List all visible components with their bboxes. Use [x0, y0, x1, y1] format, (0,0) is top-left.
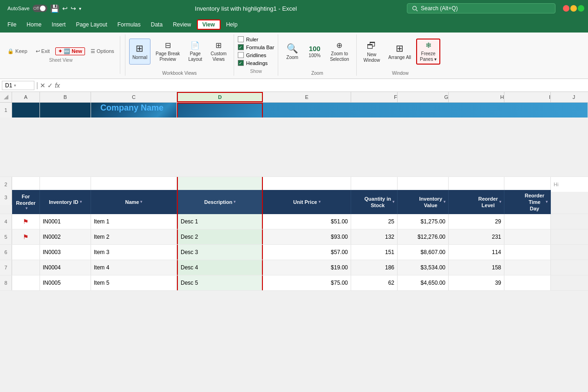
insert-function-icon[interactable]: fx: [55, 82, 60, 89]
cell-flag-4[interactable]: ⚑: [12, 214, 40, 229]
save-icon[interactable]: 💾: [50, 4, 59, 13]
cell-flag-8[interactable]: [12, 275, 40, 290]
gridlines-checkbox-row[interactable]: Gridlines: [238, 52, 274, 58]
cell-desc-5[interactable]: Desc 2: [177, 229, 263, 244]
cell-id-4[interactable]: IN0001: [40, 214, 91, 229]
th-desc-dropdown[interactable]: ▾: [234, 200, 235, 204]
cell-desc-7[interactable]: Desc 4: [177, 260, 263, 275]
cell-price-8[interactable]: $75.00: [263, 275, 351, 290]
cell-flag-7[interactable]: [12, 260, 40, 275]
options-button[interactable]: ☰ Options: [88, 47, 117, 55]
menu-page-layout[interactable]: Page Layout: [71, 20, 111, 30]
cell-reorder-time-4[interactable]: [504, 214, 551, 229]
menu-help[interactable]: Help: [222, 20, 242, 30]
formula-input[interactable]: [62, 82, 586, 89]
col-header-c[interactable]: C: [91, 92, 177, 102]
cell-e1[interactable]: [263, 103, 588, 118]
cell-reorder-7[interactable]: 158: [449, 260, 504, 275]
cell-flag-6[interactable]: [12, 245, 40, 260]
freeze-panes-button[interactable]: ❄ Freeze Panes ▾: [416, 39, 440, 65]
th-inventory-id[interactable]: Inventory ID ▾: [40, 190, 91, 214]
cell-inv-5[interactable]: $12,276.00: [398, 229, 449, 244]
cell-name-5[interactable]: Item 2: [91, 229, 177, 244]
col-header-i[interactable]: I: [504, 92, 551, 102]
th-id-dropdown[interactable]: ▾: [80, 200, 82, 204]
menu-data[interactable]: Data: [146, 20, 167, 30]
th-qty-dropdown[interactable]: ▾: [392, 200, 394, 204]
menu-home[interactable]: Home: [22, 20, 46, 30]
cell-reorder-time-5[interactable]: [504, 229, 551, 244]
cell-id-6[interactable]: IN0003: [40, 245, 91, 260]
cell-reorder-time-8[interactable]: [504, 275, 551, 290]
col-header-f[interactable]: F: [351, 92, 398, 102]
th-for-dropdown[interactable]: ▾: [26, 206, 27, 211]
col-header-a[interactable]: A: [12, 92, 40, 102]
th-quantity-stock[interactable]: Quantity in Stock ▾: [351, 190, 398, 214]
cell-qty-4[interactable]: 25: [351, 214, 398, 229]
cell-qty-5[interactable]: 132: [351, 229, 398, 244]
minimize-button[interactable]: [570, 5, 577, 12]
select-all-icon[interactable]: [4, 95, 8, 99]
col-header-h[interactable]: H: [449, 92, 504, 102]
th-reorder-level[interactable]: Reorder Level ▾: [449, 190, 504, 214]
th-reorder-time-dropdown[interactable]: ▾: [546, 200, 548, 204]
search-box[interactable]: Search (Alt+Q): [407, 3, 555, 13]
zoom-to-selection-button[interactable]: ⊕ Zoom to Selection: [327, 39, 352, 65]
headings-checkbox[interactable]: ✓: [238, 60, 244, 66]
cell-reference-box[interactable]: D1 ▾: [2, 81, 34, 90]
maximize-button[interactable]: [578, 5, 584, 12]
th-description[interactable]: Description ▾: [177, 190, 263, 214]
cell-qty-7[interactable]: 186: [351, 260, 398, 275]
cell-id-5[interactable]: IN0002: [40, 229, 91, 244]
cell-price-5[interactable]: $93.00: [263, 229, 351, 244]
ruler-checkbox-row[interactable]: Ruler: [238, 36, 274, 42]
col-header-d[interactable]: D: [177, 92, 263, 102]
th-unit-price[interactable]: Unit Price ▾: [263, 190, 351, 214]
col-header-e[interactable]: E: [263, 92, 351, 102]
menu-view[interactable]: View: [197, 20, 221, 30]
cell-inv-6[interactable]: $8,607.00: [398, 245, 449, 260]
col-header-g[interactable]: G: [398, 92, 449, 102]
cell-b1[interactable]: [40, 103, 91, 118]
menu-formulas[interactable]: Formulas: [113, 20, 145, 30]
new-sheet-view-button[interactable]: ✦ 🆕 New: [55, 47, 85, 55]
th-reorder-dropdown[interactable]: ▾: [499, 200, 501, 204]
cell-name-7[interactable]: Item 4: [91, 260, 177, 275]
cell-inv-8[interactable]: $4,650.00: [398, 275, 449, 290]
cell-name-4[interactable]: Item 1: [91, 214, 177, 229]
gridlines-checkbox[interactable]: [238, 52, 244, 58]
th-reorder-time[interactable]: Reorder Time Day ▾: [504, 190, 551, 214]
exit-button[interactable]: ↩ Exit: [33, 47, 52, 55]
menu-review[interactable]: Review: [168, 20, 196, 30]
cell-flag-5[interactable]: ⚑: [12, 229, 40, 244]
zoom-100-button[interactable]: 100 100%: [304, 39, 325, 65]
cell-reorder-4[interactable]: 29: [449, 214, 504, 229]
th-name[interactable]: Name ▾: [91, 190, 177, 214]
th-price-dropdown[interactable]: ▾: [319, 200, 320, 204]
th-inv-dropdown[interactable]: ▾: [444, 200, 445, 204]
cell-inv-7[interactable]: $3,534.00: [398, 260, 449, 275]
cell-reorder-time-7[interactable]: [504, 260, 551, 275]
undo-icon[interactable]: ↩: [62, 5, 68, 12]
cell-desc-6[interactable]: Desc 3: [177, 245, 263, 260]
cell-price-6[interactable]: $57.00: [263, 245, 351, 260]
autosave-toggle[interactable]: Off: [33, 5, 47, 12]
cell-desc-8[interactable]: Desc 5: [177, 275, 263, 290]
cancel-formula-icon[interactable]: ✕: [40, 82, 46, 89]
redo-icon[interactable]: ↪: [71, 5, 76, 12]
cell-c1[interactable]: Inventory List Company Name: [91, 103, 177, 118]
close-button[interactable]: [563, 5, 569, 12]
page-layout-button[interactable]: 📄 Page Layout: [185, 39, 205, 65]
headings-checkbox-row[interactable]: ✓ Headings: [238, 60, 274, 66]
col-header-j[interactable]: J: [551, 92, 588, 102]
cell-inv-4[interactable]: $1,275.00: [398, 214, 449, 229]
formula-bar-checkbox[interactable]: ✓: [238, 44, 244, 50]
cell-reorder-5[interactable]: 231: [449, 229, 504, 244]
keep-button[interactable]: 🔒 Keep: [5, 47, 30, 55]
page-break-button[interactable]: ⊟ Page Break Preview: [152, 39, 183, 65]
formula-bar-checkbox-row[interactable]: ✓ Formula Bar: [238, 44, 274, 50]
normal-view-button[interactable]: ⊞ Normal: [129, 39, 150, 65]
confirm-formula-icon[interactable]: ✓: [47, 82, 53, 89]
ruler-checkbox[interactable]: [238, 36, 244, 42]
arrange-all-button[interactable]: ⊞ Arrange All: [385, 39, 414, 65]
